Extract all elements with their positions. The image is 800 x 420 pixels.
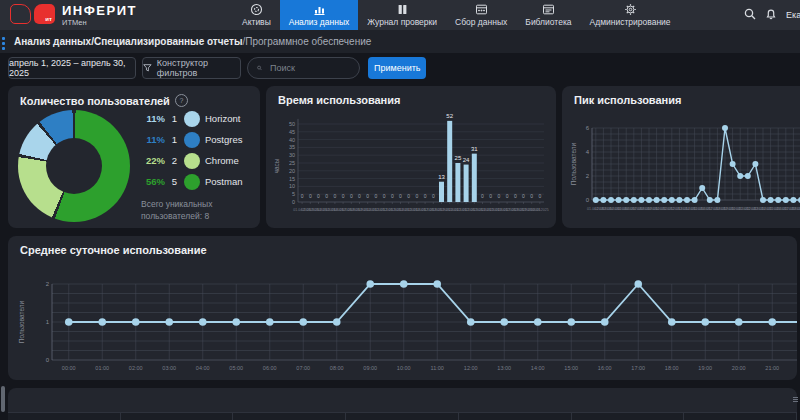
brand-name: ИНФЕРИТ xyxy=(62,4,137,17)
svg-text:1: 1 xyxy=(46,319,50,325)
breadcrumb-main[interactable]: Анализ данных/Специализированные отчеты xyxy=(14,36,242,47)
svg-text:40: 40 xyxy=(289,137,295,143)
svg-text:19:00: 19:00 xyxy=(698,365,712,371)
bar-chart-icon xyxy=(313,3,326,16)
nav-item-label: Активы xyxy=(242,17,271,27)
nav-item-3[interactable]: Сбор данных xyxy=(446,0,516,30)
legend-item-chrome[interactable]: 22%2Chrome xyxy=(141,150,259,171)
nav-item-4[interactable]: Библиотека xyxy=(516,0,580,30)
nav-item-1[interactable]: Анализ данных xyxy=(280,0,359,30)
nav-item-0[interactable]: Активы xyxy=(233,0,280,30)
line-chart-peak: 0246Пользователи01.04.202502.04.202503.0… xyxy=(568,106,800,224)
legend-swatch-icon xyxy=(184,153,200,169)
svg-text:Пользователи: Пользователи xyxy=(570,142,577,185)
legend-name: Chrome xyxy=(205,155,239,166)
svg-text:0: 0 xyxy=(366,193,369,199)
main-nav: АктивыАнализ данныхЖурнал проверкиСбор д… xyxy=(233,0,680,30)
nav-item-label: Сбор данных xyxy=(455,17,507,27)
svg-text:0: 0 xyxy=(530,193,533,199)
svg-text:10:00: 10:00 xyxy=(397,365,411,371)
nav-item-5[interactable]: Администрирование xyxy=(581,0,680,30)
help-icon[interactable]: ? xyxy=(175,94,188,107)
svg-text:0: 0 xyxy=(489,193,492,199)
svg-text:0: 0 xyxy=(383,193,386,199)
svg-text:2: 2 xyxy=(586,173,590,179)
nav-item-2[interactable]: Журнал проверки xyxy=(358,0,446,30)
svg-text:50: 50 xyxy=(289,121,295,127)
svg-text:17:00: 17:00 xyxy=(631,365,645,371)
svg-text:03:00: 03:00 xyxy=(162,365,176,371)
legend-name: Postman xyxy=(205,176,243,187)
svg-text:52: 52 xyxy=(446,113,453,119)
search-input[interactable] xyxy=(268,62,350,74)
brand-logo: ит xyxy=(10,4,55,24)
date-range-input[interactable]: апрель 1, 2025 – апрель 30, 2025 xyxy=(8,57,136,79)
svg-text:28.04.2025: 28.04.2025 xyxy=(792,207,800,211)
svg-text:Пользователи: Пользователи xyxy=(18,300,25,343)
apply-button[interactable]: Применить xyxy=(368,57,426,79)
svg-text:11:00: 11:00 xyxy=(431,365,444,371)
panel-title: Пик использования xyxy=(574,94,681,106)
panel-title: Среднее суточное использование xyxy=(20,244,207,256)
svg-text:30: 30 xyxy=(289,152,295,158)
logo-red-icon: ит xyxy=(34,4,55,24)
svg-text:25: 25 xyxy=(455,155,462,161)
nav-item-label: Библиотека xyxy=(525,17,571,27)
svg-text:20: 20 xyxy=(289,168,295,174)
user-name[interactable]: Екатерина xyxy=(786,10,800,20)
svg-text:15: 15 xyxy=(289,176,295,182)
resize-handle-icon[interactable] xyxy=(793,397,798,403)
legend-item-horizont[interactable]: 11%1Horizont xyxy=(141,108,259,129)
svg-text:0: 0 xyxy=(498,193,501,199)
scroll-indicator[interactable] xyxy=(2,37,5,52)
legend-count: 1 xyxy=(170,113,179,124)
legend-footer: Всего уникальных пользователей: 8 xyxy=(141,199,259,223)
legend-count: 1 xyxy=(170,134,179,145)
search-icon[interactable] xyxy=(744,6,756,24)
svg-text:0: 0 xyxy=(514,193,517,199)
svg-text:0: 0 xyxy=(317,193,320,199)
svg-text:13:00: 13:00 xyxy=(497,365,511,371)
svg-text:16:00: 16:00 xyxy=(598,365,612,371)
svg-text:0: 0 xyxy=(407,193,410,199)
legend-swatch-icon xyxy=(184,111,200,127)
scrollbar-thumb[interactable] xyxy=(1,386,5,412)
svg-text:18:00: 18:00 xyxy=(665,365,679,371)
svg-text:0: 0 xyxy=(325,193,328,199)
gear-icon xyxy=(624,3,637,16)
legend-percent: 11% xyxy=(141,113,165,124)
panel-table xyxy=(8,388,797,420)
svg-text:0: 0 xyxy=(391,193,394,199)
svg-text:00:00: 00:00 xyxy=(62,365,76,371)
svg-text:5: 5 xyxy=(292,191,295,197)
svg-text:0: 0 xyxy=(292,199,295,205)
panel-title: Количество пользователей ? xyxy=(20,94,188,107)
svg-text:0: 0 xyxy=(46,357,50,363)
svg-text:0: 0 xyxy=(539,193,542,199)
legend-percent: 56% xyxy=(141,176,165,187)
svg-text:0: 0 xyxy=(424,193,427,199)
legend-swatch-icon xyxy=(184,174,200,190)
svg-text:12:00: 12:00 xyxy=(464,365,478,371)
svg-text:45: 45 xyxy=(289,129,295,135)
legend-item-postgres[interactable]: 11%1Postgres xyxy=(141,129,259,150)
journal-icon xyxy=(396,3,409,16)
breadcrumb: Анализ данных/Специализированные отчеты/… xyxy=(0,30,800,53)
top-bar: ит ИНФЕРИТ ИТМен АктивыАнализ данныхЖурн… xyxy=(0,0,800,30)
svg-text:0: 0 xyxy=(334,193,337,199)
legend-item-postman[interactable]: 56%5Postman xyxy=(141,171,259,192)
svg-text:24: 24 xyxy=(463,157,470,163)
breadcrumb-tail[interactable]: /Программное обеспечение xyxy=(242,36,371,47)
panel-title: Время использования xyxy=(278,94,400,106)
search-field xyxy=(247,57,360,79)
svg-text:13: 13 xyxy=(438,174,445,180)
bell-icon[interactable] xyxy=(765,6,777,24)
svg-text:0: 0 xyxy=(432,193,435,199)
svg-text:25: 25 xyxy=(289,160,295,166)
svg-text:10: 10 xyxy=(289,183,295,189)
legend-name: Horizont xyxy=(205,113,240,124)
filter-builder-button[interactable]: Конструктор фильтров xyxy=(142,57,241,79)
top-right-actions: Екатерина xyxy=(744,0,800,30)
svg-text:05:00: 05:00 xyxy=(229,365,243,371)
svg-text:0: 0 xyxy=(375,193,378,199)
